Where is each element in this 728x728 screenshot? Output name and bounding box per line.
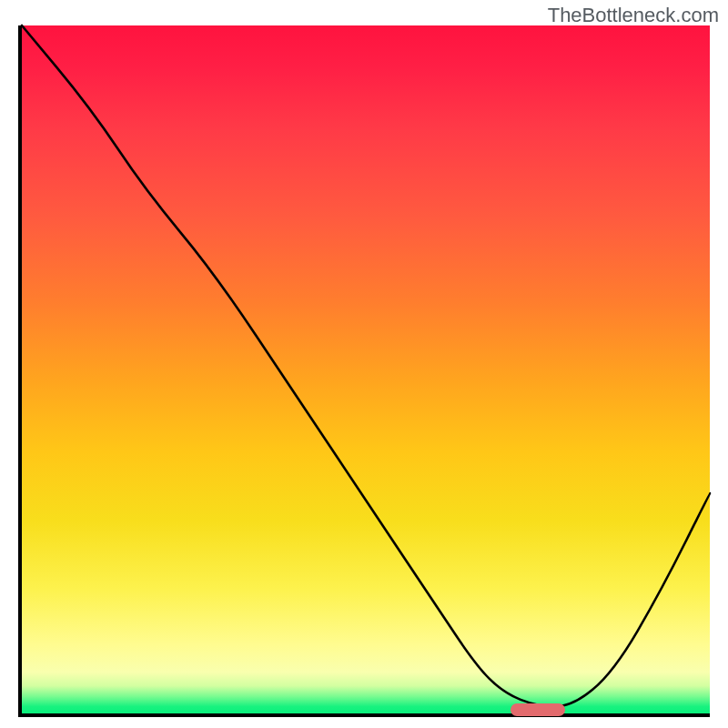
watermark-text: TheBottleneck.com [548,4,719,27]
optimal-range-marker [511,703,565,716]
plot-frame [18,25,710,717]
chart-stage: TheBottleneck.com [0,0,728,728]
bottleneck-curve [22,25,710,713]
